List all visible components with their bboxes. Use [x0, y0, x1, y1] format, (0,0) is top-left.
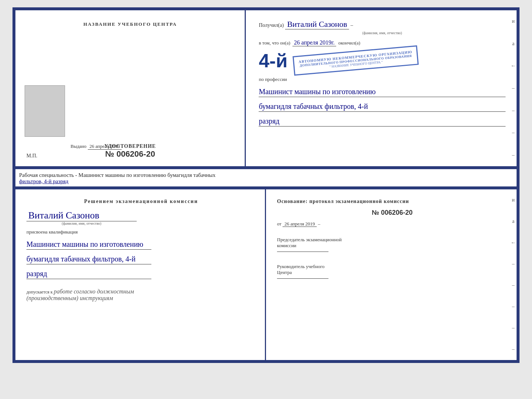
rukovoditel-line1: Руководитель учебного [277, 264, 507, 270]
fio-hint: (фамилия, имя, отчество) [259, 31, 506, 35]
profession-line3: разряд [259, 117, 506, 127]
profession-line1: Машинист машины по изготовлению [259, 88, 506, 97]
side-decoration-bottom: и а ← – – – – – [510, 189, 517, 360]
dopuskaetsya-text: работе согласно должностным [54, 288, 134, 295]
recipient-name: Виталий Сазонов [285, 19, 349, 29]
bottom-certificate: Решением экзаменационной комиссии Витали… [12, 186, 520, 363]
rukovoditel-line2: Центра [277, 270, 507, 275]
top-cert-right: Получил(а) Виталий Сазонов – (фамилия, и… [246, 10, 517, 166]
bottom-fio-hint: (фамилия, имя, отчество) [26, 221, 137, 225]
poluchil-prefix: Получил(а) [259, 22, 284, 28]
ot-date: 26 апреля 2019 [283, 221, 317, 227]
mp-label: М.П. [26, 153, 37, 159]
top-certificate: НАЗВАНИЕ УЧЕБНОГО ЦЕНТРА УДОСТОВЕРЕНИЕ №… [12, 7, 520, 169]
prisvoena: присвоена квалификация [26, 229, 256, 235]
osnovanie-text: Основание: протокол экзаменационной коми… [277, 199, 507, 204]
bottom-profession-line3: разряд [26, 270, 151, 279]
vydano-date: 26 апреля 2019 [88, 143, 122, 150]
resheniem-title: Решением экзаменационной комиссии [26, 199, 256, 204]
okoncil-date: 26 апреля 2019г. [292, 39, 336, 46]
rukovoditel-signature [277, 278, 328, 279]
vydano-block: Выдано 26 апреля 2019 [71, 143, 122, 150]
specialty-label: Рабочая специальность - Машинист машины … [12, 169, 520, 186]
okonchil-suffix: окончил(а) [338, 40, 360, 46]
vydano-label: Выдано [71, 143, 86, 149]
vtom-prefix: в том, что он(а) [259, 40, 290, 46]
bottom-recipient-name: Виталий Сазонов [26, 210, 137, 221]
protocol-number: № 006206-20 [277, 209, 507, 217]
dopuskaetsya-text2: (производственным) инструкциям [26, 295, 113, 301]
stamp-area: 4-й АВТОНОМНУЮ НЕКОММЕРЧЕСКУЮ ОРГАНИЗАЦИ… [259, 51, 506, 70]
photo-placeholder [25, 85, 65, 137]
specialty-prefix: Рабочая специальность - Машинист машины … [19, 172, 215, 178]
bottom-cert-left: Решением экзаменационной комиссии Витали… [15, 189, 266, 360]
ot-prefix: от [277, 221, 281, 227]
vtom-line: в том, что он(а) 26 апреля 2019г. окончи… [259, 39, 506, 46]
big-number: 4-й [259, 51, 287, 70]
predsedatel-block: Председатель экзаменационной комиссии [277, 237, 507, 252]
side-decoration-top: и а ← – – – – [510, 10, 517, 166]
poluchil-line: Получил(а) Виталий Сазонов – (фамилия, и… [259, 19, 506, 35]
dopuskaetsya-block: допускается к работе согласно должностны… [26, 288, 256, 302]
bottom-name-block: Виталий Сазонов (фамилия, имя, отчество) [26, 210, 256, 225]
dopuskaetsya-prefix: допускается к [26, 289, 53, 295]
top-center-title: НАЗВАНИЕ УЧЕБНОГО ЦЕНТРА [83, 21, 177, 27]
bottom-profession-line1: Машинист машины по изготовлению [26, 240, 151, 250]
po-professii: по профессии [259, 76, 506, 82]
profession-line2: бумагидля табачных фильтров, 4-й [259, 102, 506, 112]
ot-date-line: от 26 апреля 2019 – [277, 221, 507, 227]
top-cert-left: НАЗВАНИЕ УЧЕБНОГО ЦЕНТРА УДОСТОВЕРЕНИЕ №… [15, 10, 246, 166]
udost-number: № 006206-20 [104, 149, 156, 159]
predsedatel-signature [277, 252, 328, 252]
bottom-profession-line2: бумагидля табачных фильтров, 4-й [26, 255, 151, 264]
predsedatel-line1: Председатель экзаменационной [277, 237, 507, 243]
specialty-underline: фильтров, 4-й разряд [19, 178, 68, 184]
rukovoditel-block: Руководитель учебного Центра [277, 264, 507, 279]
bottom-cert-right: Основание: протокол экзаменационной коми… [266, 189, 517, 360]
predsedatel-line2: комиссии [277, 243, 507, 249]
stamp-block: АВТОНОМНУЮ НЕКОММЕРЧЕСКУЮ ОРГАНИЗАЦИЮ ДО… [292, 45, 419, 75]
